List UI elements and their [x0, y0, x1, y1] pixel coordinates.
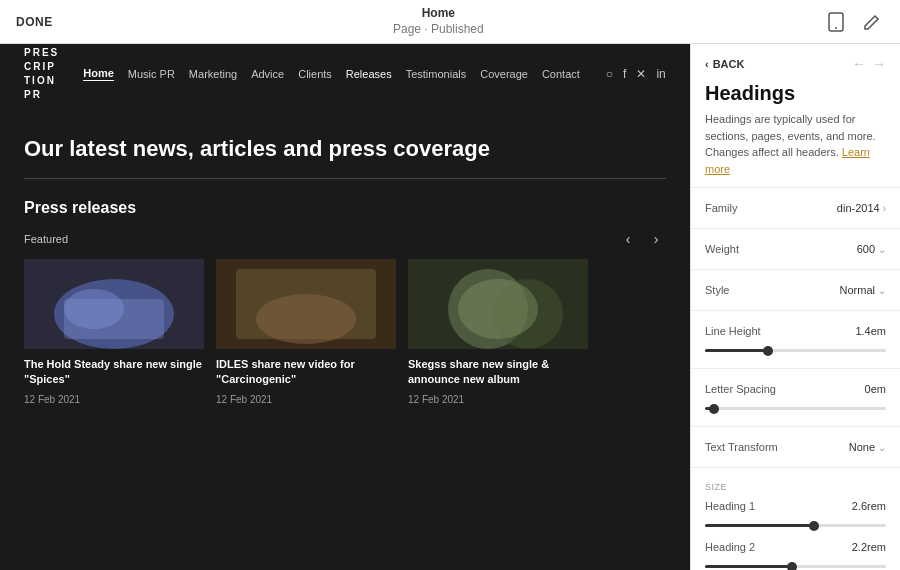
line-height-value: 1.4em [855, 325, 886, 337]
articles-grid: The Hold Steady share new single "Spices… [24, 259, 666, 405]
edit-icon[interactable] [860, 10, 884, 34]
preview-nav: PRESCRIPTIONPR Home Music PR Marketing A… [0, 44, 690, 104]
family-row: Family din-2014 › [705, 196, 886, 220]
mobile-preview-icon[interactable] [824, 10, 848, 34]
family-section: Family din-2014 › [691, 187, 900, 228]
style-section: Style Normal ⌄ [691, 269, 900, 310]
svg-point-1 [835, 27, 837, 29]
preview-content: Our latest news, articles and press cove… [0, 104, 690, 570]
twitter-icon[interactable]: ✕ [636, 67, 646, 81]
line-height-slider-container[interactable] [705, 343, 886, 360]
style-arrow: ⌄ [878, 285, 886, 296]
weight-arrow: ⌄ [878, 244, 886, 255]
nav-music-pr[interactable]: Music PR [128, 68, 175, 80]
article-title: The Hold Steady share new single "Spices… [24, 357, 204, 388]
panel-nav-arrows: ← → [852, 56, 886, 72]
carousel-controls: ‹ › [618, 229, 666, 249]
text-transform-section: Text Transform None ⌄ [691, 426, 900, 467]
letter-spacing-label: Letter Spacing [705, 383, 776, 395]
text-transform-row: Text Transform None ⌄ [705, 435, 886, 459]
nav-links: Home Music PR Marketing Advice Clients R… [83, 67, 666, 81]
heading1-row: Heading 1 2.6rem [705, 494, 886, 518]
article-date: 12 Feb 2021 [216, 394, 396, 405]
article-title: IDLES share new video for "Carcinogenic" [216, 357, 396, 388]
right-panel: ‹ BACK ← → Headings Headings are typical… [690, 44, 900, 570]
panel-next-arrow[interactable]: → [872, 56, 886, 72]
carousel-next[interactable]: › [646, 229, 666, 249]
page-title: Home [393, 6, 484, 22]
panel-prev-arrow[interactable]: ← [852, 56, 866, 72]
heading1-slider[interactable] [705, 524, 886, 527]
top-bar: DONE Home Page · Published [0, 0, 900, 44]
style-label: Style [705, 284, 729, 296]
style-row: Style Normal ⌄ [705, 278, 886, 302]
heading1-value: 2.6rem [852, 500, 886, 512]
line-height-section: Line Height 1.4em [691, 310, 900, 368]
article-card: The Hold Steady share new single "Spices… [24, 259, 204, 405]
panel-title: Headings [691, 72, 900, 111]
top-bar-right [824, 10, 884, 34]
size-section: SIZE Heading 1 2.6rem Heading 2 2.2rem [691, 467, 900, 570]
letter-spacing-section: Letter Spacing 0em [691, 368, 900, 426]
nav-testimonials[interactable]: Testimonials [406, 68, 467, 80]
page-headline: Our latest news, articles and press cove… [24, 136, 524, 162]
transform-arrow: ⌄ [878, 442, 886, 453]
heading2-row: Heading 2 2.2rem [705, 535, 886, 559]
facebook-icon[interactable]: f [623, 67, 626, 81]
nav-advice[interactable]: Advice [251, 68, 284, 80]
heading2-slider[interactable] [705, 565, 886, 568]
heading1-slider-container[interactable] [705, 518, 886, 535]
main-area: PRESCRIPTIONPR Home Music PR Marketing A… [0, 44, 900, 570]
back-label: BACK [713, 58, 745, 70]
featured-label: Featured [24, 233, 68, 245]
nav-coverage[interactable]: Coverage [480, 68, 528, 80]
nav-socials: ○ f ✕ in [606, 67, 666, 81]
svg-rect-12 [458, 279, 538, 339]
heading2-value: 2.2rem [852, 541, 886, 553]
article-date: 12 Feb 2021 [408, 394, 588, 405]
nav-marketing[interactable]: Marketing [189, 68, 237, 80]
article-image [24, 259, 204, 349]
line-height-slider[interactable] [705, 349, 886, 352]
article-card: IDLES share new video for "Carcinogenic"… [216, 259, 396, 405]
linkedin-icon[interactable]: in [656, 67, 665, 81]
press-releases-title: Press releases [24, 199, 666, 217]
heading1-label: Heading 1 [705, 500, 755, 512]
svg-point-8 [256, 294, 356, 344]
heading2-slider-container[interactable] [705, 559, 886, 570]
line-height-label: Line Height [705, 325, 761, 337]
letter-spacing-slider[interactable] [705, 407, 886, 410]
article-image [216, 259, 396, 349]
nav-home[interactable]: Home [83, 67, 114, 81]
text-transform-label: Text Transform [705, 441, 778, 453]
nav-releases[interactable]: Releases [346, 68, 392, 80]
weight-section: Weight 600 ⌄ [691, 228, 900, 269]
carousel-prev[interactable]: ‹ [618, 229, 638, 249]
svg-rect-5 [64, 299, 164, 339]
article-date: 12 Feb 2021 [24, 394, 204, 405]
back-arrow-icon: ‹ [705, 58, 709, 70]
family-label: Family [705, 202, 737, 214]
instagram-icon[interactable]: ○ [606, 67, 613, 81]
panel-description: Headings are typically used for sections… [691, 111, 900, 187]
nav-contact[interactable]: Contact [542, 68, 580, 80]
weight-value[interactable]: 600 ⌄ [857, 243, 886, 255]
family-value[interactable]: din-2014 › [837, 202, 886, 214]
heading2-label: Heading 2 [705, 541, 755, 553]
back-button[interactable]: ‹ BACK [705, 58, 744, 70]
weight-label: Weight [705, 243, 739, 255]
size-section-label: SIZE [705, 476, 886, 494]
style-value[interactable]: Normal ⌄ [840, 284, 886, 296]
page-info: Home Page · Published [393, 6, 484, 37]
done-button[interactable]: DONE [16, 15, 53, 29]
letter-spacing-slider-container[interactable] [705, 401, 886, 418]
preview-pane: PRESCRIPTIONPR Home Music PR Marketing A… [0, 44, 690, 570]
weight-row: Weight 600 ⌄ [705, 237, 886, 261]
letter-spacing-row: Letter Spacing 0em [705, 377, 886, 401]
featured-row: Featured ‹ › [24, 229, 666, 249]
panel-header: ‹ BACK ← → [691, 44, 900, 72]
nav-clients[interactable]: Clients [298, 68, 332, 80]
article-image [408, 259, 588, 349]
article-card: Skegss share new single & announce new a… [408, 259, 588, 405]
text-transform-value[interactable]: None ⌄ [849, 441, 886, 453]
